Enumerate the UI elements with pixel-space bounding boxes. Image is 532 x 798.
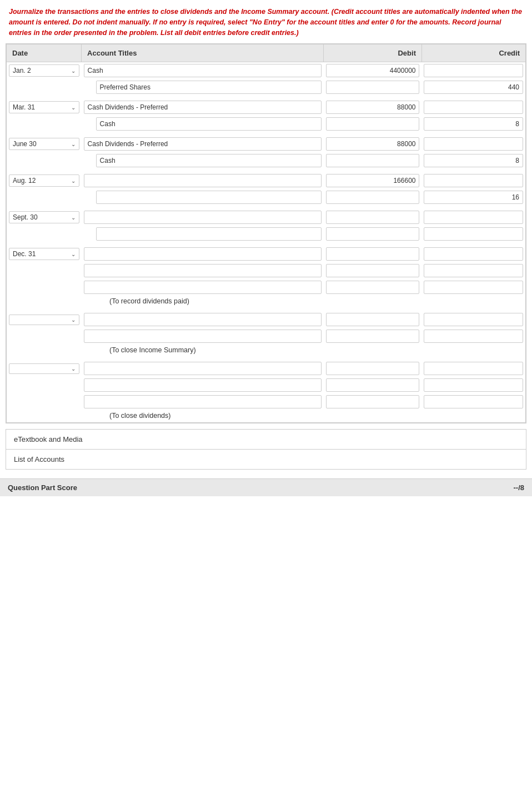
credit-input[interactable] [424, 154, 523, 167]
etextbook-button[interactable]: eTextbook and Media [6, 430, 526, 450]
credit-cell [421, 279, 525, 296]
debit-input[interactable] [326, 191, 420, 204]
debit-input[interactable] [326, 281, 420, 294]
date-selector[interactable]: Mar. 31⌄ [9, 101, 79, 113]
account-input[interactable] [84, 378, 322, 392]
credit-input[interactable] [424, 362, 523, 375]
credit-cell [421, 62, 525, 79]
date-cell: June 30⌄ [7, 136, 82, 152]
credit-input[interactable] [424, 191, 523, 204]
debit-input[interactable] [326, 227, 420, 241]
list-accounts-button[interactable]: List of Accounts [6, 450, 526, 469]
debit-cell [324, 116, 422, 132]
credit-input[interactable] [424, 101, 523, 114]
account-input[interactable] [96, 154, 322, 167]
account-input[interactable] [84, 395, 322, 408]
date-selector-empty[interactable]: ⌄ [9, 315, 79, 325]
debit-input[interactable] [326, 395, 420, 408]
debit-input[interactable] [326, 64, 420, 77]
date-cell [7, 79, 82, 96]
account-input[interactable] [84, 313, 322, 326]
credit-input[interactable] [424, 313, 523, 326]
account-cell [82, 393, 324, 410]
debit-input[interactable] [326, 362, 420, 375]
date-selector[interactable]: Jan. 2⌄ [9, 64, 79, 77]
journal-table: Date Account Titles Debit Credit Jan. 2⌄… [6, 44, 526, 423]
date-selector[interactable]: Dec. 31⌄ [9, 248, 79, 260]
credit-input[interactable] [424, 174, 523, 187]
chevron-icon: ⌄ [71, 317, 76, 323]
account-input[interactable] [96, 191, 322, 204]
credit-input[interactable] [424, 211, 523, 224]
date-cell: Sept. 30⌄ [7, 209, 82, 226]
debit-input[interactable] [326, 211, 420, 224]
date-selector[interactable]: Sept. 30⌄ [9, 211, 79, 223]
debit-input[interactable] [326, 378, 420, 392]
table-row: Jan. 2⌄ [7, 62, 526, 79]
date-selector-empty[interactable]: ⌄ [9, 363, 79, 374]
account-cell [82, 152, 324, 169]
date-cell [7, 189, 82, 206]
date-selector[interactable]: Aug. 12⌄ [9, 174, 79, 187]
debit-cell [324, 136, 422, 152]
account-input[interactable] [84, 281, 322, 294]
account-input[interactable] [84, 64, 322, 77]
debit-input[interactable] [326, 330, 420, 343]
debit-cell [324, 360, 422, 377]
debit-input[interactable] [326, 264, 420, 277]
credit-input[interactable] [424, 247, 523, 261]
credit-input[interactable] [424, 137, 523, 151]
credit-cell [421, 328, 525, 345]
debit-input[interactable] [326, 247, 420, 261]
account-cell [82, 328, 324, 345]
date-selector[interactable]: June 30⌄ [9, 138, 79, 150]
debit-cell [324, 226, 422, 242]
chevron-icon: ⌄ [71, 68, 76, 74]
debit-input[interactable] [326, 101, 420, 114]
credit-input[interactable] [424, 227, 523, 241]
table-row: ⌄ [7, 311, 526, 328]
account-cell [82, 62, 324, 79]
account-input[interactable] [84, 264, 322, 277]
credit-input[interactable] [424, 117, 523, 131]
credit-input[interactable] [424, 395, 523, 408]
account-input[interactable] [96, 117, 322, 131]
credit-input[interactable] [424, 378, 523, 392]
credit-input[interactable] [424, 64, 523, 77]
date-cell [7, 377, 82, 393]
credit-input[interactable] [424, 281, 523, 294]
bottom-bar: Question Part Score --/8 [0, 478, 532, 496]
debit-input[interactable] [326, 313, 420, 326]
chevron-icon: ⌄ [71, 251, 76, 257]
account-input[interactable] [84, 211, 322, 224]
credit-cell [421, 262, 525, 279]
credit-input[interactable] [424, 264, 523, 277]
account-input[interactable] [96, 227, 322, 241]
table-row [7, 152, 526, 169]
account-input[interactable] [84, 137, 322, 151]
credit-cell [421, 99, 525, 116]
date-cell: Mar. 31⌄ [7, 99, 82, 116]
credit-input[interactable] [424, 330, 523, 343]
account-cell [82, 360, 324, 377]
table-row [7, 189, 526, 206]
credit-input[interactable] [424, 81, 523, 94]
account-input[interactable] [84, 247, 322, 261]
debit-cell [324, 79, 422, 96]
account-input[interactable] [84, 101, 322, 114]
debit-input[interactable] [326, 137, 420, 151]
account-input[interactable] [84, 362, 322, 375]
account-input[interactable] [96, 81, 322, 94]
date-cell: ⌄ [7, 311, 82, 328]
account-cell [82, 189, 324, 206]
account-input[interactable] [84, 174, 322, 187]
date-cell: Jan. 2⌄ [7, 62, 82, 79]
debit-input[interactable] [326, 174, 420, 187]
credit-cell [421, 136, 525, 152]
debit-input[interactable] [326, 154, 420, 167]
credit-cell [421, 311, 525, 328]
journal-table-wrapper: Date Account Titles Debit Credit Jan. 2⌄… [6, 43, 526, 423]
debit-input[interactable] [326, 81, 420, 94]
debit-input[interactable] [326, 117, 420, 131]
account-input[interactable] [84, 330, 322, 343]
